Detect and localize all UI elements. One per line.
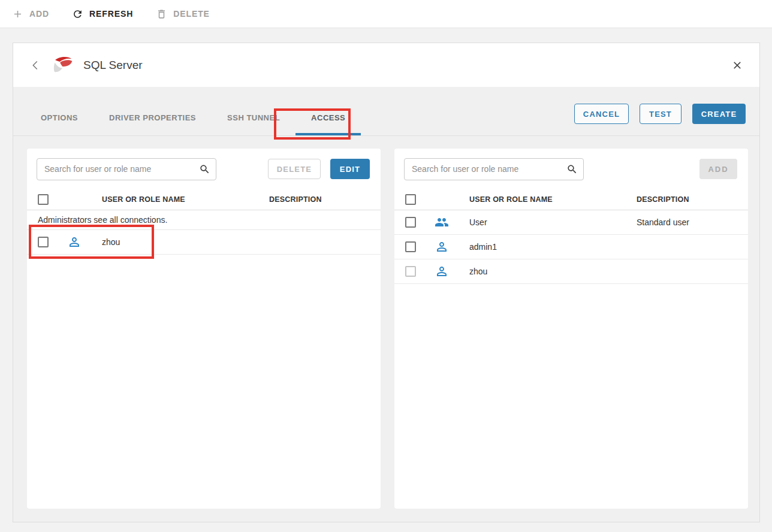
column-header-description: DESCRIPTION [633, 195, 748, 204]
row-name: zhou [457, 267, 633, 276]
available-search [404, 158, 584, 180]
available-search-input[interactable] [404, 158, 584, 180]
team-icon [435, 215, 449, 229]
admins-info-text: Administrators see all connections. [27, 210, 381, 230]
row-name: zhou [89, 237, 266, 247]
back-icon[interactable] [29, 59, 42, 72]
add-button-label: ADD [29, 9, 49, 19]
row-description: Standard user [633, 217, 748, 227]
select-all-checkbox[interactable] [405, 194, 416, 205]
tab-ssh-tunnel-label: SSH TUNNEL [227, 113, 280, 122]
tab-ssh-tunnel[interactable]: SSH TUNNEL [212, 99, 295, 135]
granted-table-row-zhou[interactable]: zhou [27, 230, 381, 255]
granted-search-input[interactable] [37, 158, 216, 180]
available-table-header: USER OR ROLE NAME DESCRIPTION [394, 189, 748, 210]
row-name: admin1 [457, 242, 633, 252]
column-header-name: USER OR ROLE NAME [89, 195, 266, 204]
refresh-button-label: REFRESH [89, 9, 133, 19]
tab-options[interactable]: OPTIONS [25, 99, 94, 135]
available-panel-toolbar: ADD [394, 149, 748, 189]
granted-table-header: USER OR ROLE NAME DESCRIPTION [27, 189, 381, 210]
dialog-tab-bar: OPTIONS DRIVER PROPERTIES SSH TUNNEL ACC… [13, 87, 759, 136]
user-icon [435, 240, 449, 254]
tab-access[interactable]: ACCESS [295, 99, 361, 135]
available-users-panel: ADD USER OR ROLE NAME DESCRIPTION User S… [394, 149, 748, 509]
user-icon [67, 235, 82, 249]
refresh-icon [72, 8, 83, 20]
refresh-button[interactable]: REFRESH [72, 8, 133, 20]
top-toolbar: ADD REFRESH DELETE [0, 0, 772, 28]
select-all-checkbox[interactable] [38, 194, 49, 205]
dialog-action-buttons: CANCEL TEST CREATE [574, 104, 746, 124]
active-tab-indicator [295, 133, 361, 135]
add-button[interactable]: ADD [12, 8, 49, 20]
column-header-name: USER OR ROLE NAME [457, 195, 633, 204]
dialog-header: SQL Server [13, 43, 759, 87]
delete-button-label: DELETE [173, 9, 210, 19]
connection-dialog: SQL Server OPTIONS DRIVER PROPERTIES SSH… [13, 43, 760, 522]
sql-server-logo-icon [52, 56, 74, 75]
delete-button[interactable]: DELETE [156, 8, 210, 20]
row-checkbox[interactable] [405, 217, 416, 228]
tab-driver-properties[interactable]: DRIVER PROPERTIES [94, 99, 212, 135]
granted-panel-toolbar: DELETE EDIT [27, 149, 381, 189]
tab-options-label: OPTIONS [41, 113, 78, 122]
column-header-description: DESCRIPTION [266, 195, 381, 204]
granted-access-panel: DELETE EDIT USER OR ROLE NAME DESCRIPTIO… [27, 149, 381, 509]
available-table-row-zhou[interactable]: zhou [394, 259, 748, 284]
row-name: User [457, 217, 633, 227]
granted-search [37, 158, 216, 180]
tab-driver-properties-label: DRIVER PROPERTIES [109, 113, 196, 122]
dialog-title: SQL Server [83, 59, 143, 72]
create-button[interactable]: CREATE [692, 104, 746, 124]
available-table-row-user[interactable]: User Standard user [394, 210, 748, 235]
row-checkbox-disabled[interactable] [405, 266, 416, 277]
plus-icon [12, 8, 23, 20]
grant-delete-button[interactable]: DELETE [268, 159, 321, 179]
available-table-row-admin1[interactable]: admin1 [394, 235, 748, 259]
test-button[interactable]: TEST [640, 104, 681, 124]
close-icon[interactable] [731, 59, 743, 71]
trash-icon [156, 8, 167, 20]
user-icon [435, 264, 449, 279]
grant-edit-button[interactable]: EDIT [330, 159, 370, 179]
tab-access-label: ACCESS [311, 113, 345, 122]
cancel-button[interactable]: CANCEL [574, 104, 629, 124]
grant-add-button[interactable]: ADD [699, 159, 737, 179]
row-checkbox[interactable] [38, 237, 49, 247]
row-checkbox[interactable] [405, 241, 416, 252]
